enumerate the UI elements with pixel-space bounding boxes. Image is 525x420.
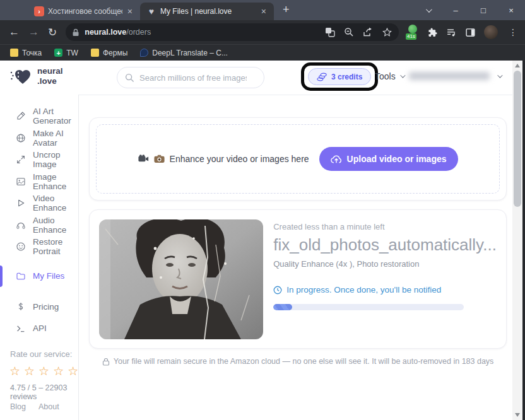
browser-titlebar: › Хостинговое сообщество «Time × ♥ My Fi…: [0, 0, 525, 20]
window-chevron-button[interactable]: [414, 0, 442, 20]
sidebar-item-label: Pricing: [33, 302, 59, 312]
upload-dropzone[interactable]: Enhance your video or images here Upload…: [96, 124, 500, 194]
rate-service-label: Rate our service:: [0, 349, 78, 359]
credits-button[interactable]: 3 credits: [308, 68, 371, 85]
blog-link[interactable]: Blog: [10, 402, 26, 411]
sidebar-item-label: API: [33, 324, 47, 333]
tab-hosting-community[interactable]: › Хостинговое сообщество «Time ×: [28, 3, 140, 20]
coins-icon: [317, 73, 327, 81]
star-icon[interactable]: ☆: [53, 364, 64, 378]
tab-my-files[interactable]: ♥ My Files | neural.love ×: [140, 3, 274, 20]
account-menu[interactable]: [409, 72, 501, 80]
neural-love-logo[interactable]: neural .love: [10, 66, 63, 86]
yellow-note-icon: [91, 49, 99, 57]
zoom-out-icon[interactable]: [344, 27, 354, 37]
sphere-icon: [16, 133, 26, 143]
pen-icon: [16, 111, 26, 121]
bookmark-tochka[interactable]: Точка: [10, 49, 42, 57]
photo-camera-icon: [154, 155, 165, 163]
page-scrollbar[interactable]: [512, 61, 522, 420]
rating-stars[interactable]: ☆☆☆☆☆: [0, 364, 78, 378]
about-link[interactable]: About: [38, 402, 59, 411]
chevron-down-icon: [425, 6, 432, 13]
scroll-down-icon[interactable]: [515, 413, 520, 417]
extensions-puzzle-icon[interactable]: [427, 27, 438, 38]
sidebar-item-label: Uncrop Image: [33, 150, 78, 169]
window-close-button[interactable]: ×: [497, 0, 525, 20]
site-header: neural .love 3 credits Tools: [0, 61, 512, 95]
progress-bar: [273, 304, 464, 310]
page-body: AI Art Generator Make AI Avatar Uncrop I…: [0, 95, 512, 420]
tab-title: My Files | neural.love: [160, 7, 256, 16]
profile-avatar[interactable]: [484, 25, 498, 39]
video-camera-icon: [138, 155, 149, 163]
translate-icon[interactable]: [325, 27, 335, 37]
playlist-extension-icon[interactable]: [446, 27, 457, 38]
sidebar-item-video-enhance[interactable]: Video Enhance: [0, 192, 78, 214]
sidebar-footer: Blog About: [10, 402, 59, 411]
sidebar-item-audio-enhance[interactable]: Audio Enhance: [0, 214, 78, 236]
new-tab-button[interactable]: +: [283, 3, 290, 16]
sidebar-item-label: Video Enhance: [33, 194, 78, 213]
bookmarks-bar: Точка + TW Фермы DeepL Translate – C...: [0, 44, 525, 61]
image-search[interactable]: [117, 67, 264, 88]
sidebar-item-ai-art-generator[interactable]: AI Art Generator: [0, 105, 78, 127]
star-icon[interactable]: ☆: [38, 364, 49, 378]
main-content: Enhance your video or images here Upload…: [79, 95, 514, 420]
bookmark-star-icon[interactable]: [382, 27, 392, 38]
sidebar-item-api[interactable]: API: [0, 318, 78, 340]
browser-menu-icon[interactable]: ⋮: [509, 27, 517, 37]
account-email-blurred: [409, 72, 490, 80]
sidebar-item-make-ai-avatar[interactable]: Make AI Avatar: [0, 127, 78, 149]
search-input[interactable]: [139, 73, 247, 83]
sidebar-item-my-files[interactable]: My Files: [0, 265, 78, 288]
clock-icon: [273, 286, 282, 295]
sidebar-item-restore-portrait[interactable]: Restore Portrait: [0, 236, 78, 258]
reload-button[interactable]: ↻: [48, 26, 57, 39]
star-icon[interactable]: ☆: [9, 364, 20, 378]
share-icon[interactable]: [363, 27, 373, 37]
sidebar-item-pricing[interactable]: Pricing: [0, 296, 78, 318]
heart-logo-icon: [10, 66, 32, 86]
secure-note: Your file will remain secure in the Amaz…: [89, 357, 507, 366]
forward-button[interactable]: →: [28, 26, 39, 38]
sidebar-item-label: My Files: [33, 271, 64, 281]
file-title[interactable]: fix_old_photos_automatically...: [273, 235, 497, 255]
sidebar-item-label: Make AI Avatar: [33, 129, 78, 148]
terminal-icon: [16, 324, 26, 334]
side-panel-icon[interactable]: [465, 27, 476, 38]
bookmark-tw[interactable]: + TW: [54, 49, 78, 57]
window-minimize-button[interactable]: –: [442, 0, 469, 20]
file-status-text: In progress. Once done, you'll be notifi…: [286, 285, 441, 295]
star-icon[interactable]: ☆: [68, 364, 78, 378]
bookmark-deepl[interactable]: DeepL Translate – C...: [140, 49, 228, 57]
window-right-edge: [522, 61, 525, 420]
sidebar-item-uncrop-image[interactable]: Uncrop Image: [0, 149, 78, 171]
credits-label: 3 credits: [331, 73, 362, 81]
green-globe-icon: [408, 25, 417, 33]
bookmark-fermy[interactable]: Фермы: [91, 49, 127, 57]
sidebar-item-image-enhance[interactable]: Image Enhance: [0, 171, 78, 193]
deepl-icon: [140, 49, 148, 57]
upload-button[interactable]: Upload video or images: [319, 147, 458, 171]
file-card[interactable]: Created less than a minute left fix_old_…: [89, 209, 507, 349]
scroll-up-icon[interactable]: [515, 64, 520, 67]
page-content: neural .love 3 credits Tools: [0, 61, 512, 420]
scrollbar-thumb[interactable]: [514, 71, 521, 207]
file-created-text: Created less than a minute left: [273, 222, 497, 231]
file-thumbnail[interactable]: [99, 219, 263, 339]
rating-summary: 4.75 / 5 – 22903 reviews: [0, 383, 78, 401]
address-bar[interactable]: neural.love/orders: [66, 23, 399, 41]
tools-label: Tools: [375, 71, 396, 81]
url-path: /orders: [126, 28, 151, 37]
image-icon: [16, 177, 26, 187]
timer-extension-icon[interactable]: 41s: [406, 25, 419, 40]
tab-close-icon[interactable]: ×: [126, 6, 134, 16]
window-maximize-button[interactable]: □: [469, 0, 497, 20]
yellow-note-icon: [10, 49, 18, 57]
back-button[interactable]: ←: [9, 26, 20, 38]
secure-note-text: Your file will remain secure in the Amaz…: [114, 357, 494, 366]
star-icon[interactable]: ☆: [24, 364, 35, 378]
tab-close-icon[interactable]: ×: [260, 6, 268, 16]
tools-menu[interactable]: Tools: [375, 71, 404, 81]
